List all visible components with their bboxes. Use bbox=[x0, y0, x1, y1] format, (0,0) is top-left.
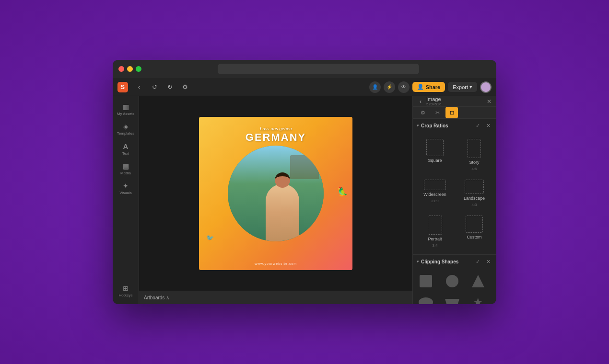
sidebar-item-hotkeys[interactable]: ⊞ Hotkeys bbox=[115, 282, 137, 300]
crop-box-story bbox=[468, 139, 481, 158]
panel-close-button[interactable]: ✕ bbox=[487, 98, 492, 105]
circle-shape-icon bbox=[446, 275, 458, 287]
sidebar-item-templates[interactable]: ◈ Templates bbox=[115, 120, 137, 138]
app-logo: S bbox=[117, 82, 128, 92]
crop-chevron-icon: ▾ bbox=[417, 123, 419, 128]
export-button[interactable]: Export ▾ bbox=[448, 82, 477, 92]
artboards-tab[interactable]: Artboards ∧ bbox=[144, 295, 169, 300]
clip-shape-circle[interactable] bbox=[443, 272, 461, 290]
templates-icon: ◈ bbox=[123, 123, 129, 130]
tab-settings[interactable]: ⚙ bbox=[417, 107, 429, 118]
traffic-light-green[interactable] bbox=[136, 66, 141, 72]
main-area: ▦ My Assets ◈ Templates A Text ▤ Media ✦… bbox=[113, 96, 496, 304]
svg-marker-0 bbox=[445, 299, 459, 304]
clip-shape-trapezoid[interactable] bbox=[443, 293, 461, 304]
tab-mask[interactable]: ✂ bbox=[431, 107, 444, 118]
sidebar-item-media[interactable]: ▤ Media bbox=[115, 159, 137, 178]
canvas-bottom-bar: Artboards ∧ bbox=[139, 291, 412, 304]
url-bar[interactable] bbox=[218, 64, 419, 74]
clip-confirm-button[interactable]: ✓ bbox=[473, 257, 482, 266]
tab-crop[interactable]: ⊡ bbox=[445, 107, 458, 118]
circle-frame: 🕊 bbox=[228, 146, 324, 241]
sidebar-item-my-assets[interactable]: ▦ My Assets bbox=[115, 100, 137, 119]
star-shape-icon: ★ bbox=[473, 296, 483, 304]
crop-item-square[interactable]: Square bbox=[417, 136, 453, 174]
visuals-icon: ✦ bbox=[123, 182, 129, 190]
crop-item-portrait[interactable]: Portrait 3:4 bbox=[417, 213, 453, 250]
canvas-area: Lass uns gehen GERMANY 🕊 bbox=[139, 96, 412, 304]
clip-grid: ★ bbox=[413, 268, 496, 304]
hotkeys-icon: ⊞ bbox=[123, 284, 129, 292]
clip-shape-triangle[interactable] bbox=[469, 272, 487, 290]
clip-chevron-icon: ▾ bbox=[417, 259, 419, 264]
clip-shape-star[interactable]: ★ bbox=[469, 293, 487, 304]
my-assets-icon: ▦ bbox=[123, 103, 129, 111]
traffic-light-yellow[interactable] bbox=[127, 66, 133, 72]
avatar-icon: 👤 bbox=[369, 81, 381, 93]
eye-icon: 👁 bbox=[398, 81, 410, 93]
browser-window: S ‹ ↺ ↻ ⚙ 👤 ⚡ 👁 👤 Share Export ▾ ▦ My bbox=[113, 60, 496, 304]
design-url: www.yourwebsite.com bbox=[255, 262, 297, 265]
clip-section-actions: ✓ ✕ bbox=[473, 257, 492, 266]
ellipse-shape-icon bbox=[419, 297, 433, 304]
traffic-lights bbox=[118, 66, 141, 72]
toolbar: S ‹ ↺ ↻ ⚙ 👤 ⚡ 👁 👤 Share Export ▾ bbox=[113, 78, 496, 96]
crop-box-portrait bbox=[428, 216, 442, 235]
triangle-shape-icon bbox=[472, 275, 484, 287]
crop-ratios-header[interactable]: ▾ Crop Ratios ✓ ✕ bbox=[413, 119, 496, 132]
clip-shape-ellipse[interactable] bbox=[417, 293, 435, 304]
crop-box-landscape bbox=[465, 180, 484, 194]
user-avatar[interactable] bbox=[480, 81, 492, 93]
lightning-icon: ⚡ bbox=[384, 81, 395, 93]
crop-ratios-section: ▾ Crop Ratios ✓ ✕ Square bbox=[413, 119, 496, 255]
media-icon: ▤ bbox=[123, 162, 129, 170]
crop-box-square bbox=[426, 139, 444, 156]
clip-shape-square[interactable] bbox=[417, 272, 435, 290]
panel-tabs: ⚙ ✂ ⊡ bbox=[413, 107, 496, 119]
crop-cancel-button[interactable]: ✕ bbox=[484, 121, 492, 130]
back-button[interactable]: ‹ bbox=[133, 81, 145, 93]
undo-button[interactable]: ↺ bbox=[148, 81, 161, 93]
crop-section-actions: ✓ ✕ bbox=[473, 121, 492, 130]
left-sidebar: ▦ My Assets ◈ Templates A Text ▤ Media ✦… bbox=[113, 96, 139, 304]
toolbar-right: 👤 ⚡ 👁 👤 Share Export ▾ bbox=[369, 81, 492, 93]
crop-item-custom[interactable]: Custom bbox=[456, 213, 492, 250]
text-icon: A bbox=[123, 142, 129, 150]
design-title: Lass uns gehen GERMANY bbox=[199, 125, 352, 144]
sidebar-item-text[interactable]: A Text bbox=[115, 139, 137, 159]
crop-item-landscape[interactable]: Landscape 4:3 bbox=[456, 177, 492, 210]
crop-confirm-button[interactable]: ✓ bbox=[473, 121, 482, 130]
traffic-light-red[interactable] bbox=[118, 66, 124, 72]
circle-bg: 🕊 bbox=[228, 146, 324, 241]
clipping-shapes-header[interactable]: ▾ Clipping Shapes ✓ ✕ bbox=[413, 255, 496, 268]
settings-button[interactable]: ⚙ bbox=[179, 81, 191, 93]
trapezoid-shape-icon bbox=[445, 296, 459, 304]
redo-button[interactable]: ↻ bbox=[164, 81, 176, 93]
right-panel: ‹ Image 520×516 ✕ ⚙ ✂ ⊡ ▾ Crop Ratios bbox=[412, 96, 496, 304]
clip-cancel-button[interactable]: ✕ bbox=[484, 257, 492, 266]
crop-box-custom bbox=[466, 216, 483, 233]
canvas-content[interactable]: Lass uns gehen GERMANY 🕊 bbox=[139, 96, 412, 291]
title-bar bbox=[113, 60, 496, 78]
share-button[interactable]: 👤 Share bbox=[412, 82, 445, 92]
crop-item-story[interactable]: Story 4:5 bbox=[456, 136, 492, 174]
crop-box-widescreen bbox=[424, 180, 446, 190]
square-shape-icon bbox=[420, 275, 432, 287]
design-card: Lass uns gehen GERMANY 🕊 bbox=[199, 117, 352, 270]
clipping-shapes-section: ▾ Clipping Shapes ✓ ✕ bbox=[413, 255, 496, 304]
crop-grid: Square Story 4:5 Widescreen 21:9 bbox=[413, 132, 496, 254]
crop-item-widescreen[interactable]: Widescreen 21:9 bbox=[417, 177, 453, 210]
sidebar-item-visuals[interactable]: ✦ Visuals bbox=[115, 179, 137, 198]
share-icon: 👤 bbox=[417, 84, 424, 90]
panel-header: ‹ Image 520×516 ✕ bbox=[413, 96, 496, 107]
panel-back-button[interactable]: ‹ bbox=[418, 97, 423, 106]
